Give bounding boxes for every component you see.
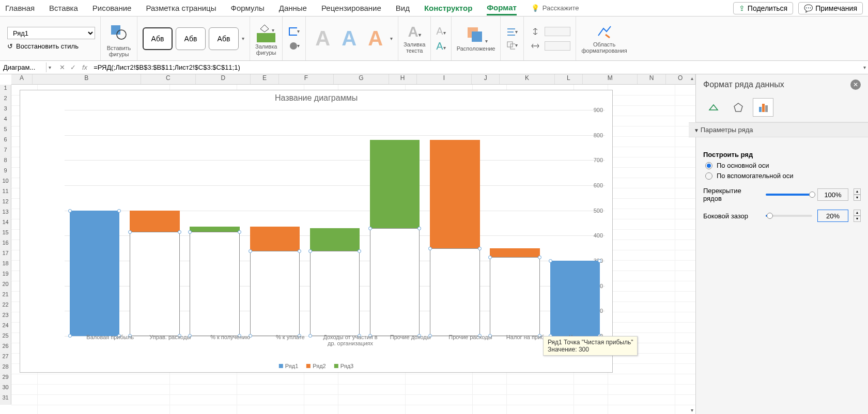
fp-build-label: Построить ряд xyxy=(703,151,861,158)
gap-label: Боковой зазор xyxy=(703,212,761,220)
format-pane-button[interactable] xyxy=(595,23,614,40)
radio-primary-axis[interactable]: По основной оси xyxy=(705,162,861,169)
tab-insert[interactable]: Вставка xyxy=(49,2,78,14)
text-fill-button[interactable]: A▾ xyxy=(408,24,421,40)
fp-tab-series[interactable] xyxy=(753,98,773,117)
shape-outline-button[interactable]: ▾ xyxy=(288,26,300,37)
align-button[interactable]: ▾ xyxy=(506,26,518,38)
format-pane: Формат ряда данных ✕ Параметры ряда Пост… xyxy=(695,74,868,414)
arrange-button[interactable]: ▾ xyxy=(464,25,488,44)
height-field[interactable] xyxy=(529,26,541,37)
tab-view[interactable]: Вид xyxy=(396,2,410,14)
tab-layout[interactable]: Разметка страницы xyxy=(146,2,216,14)
svg-rect-9 xyxy=(507,42,513,47)
gap-down[interactable]: ▾ xyxy=(854,216,861,222)
tab-design[interactable]: Конструктор xyxy=(424,2,472,14)
overlap-value[interactable]: 100% xyxy=(817,188,848,201)
gap-value[interactable]: 20% xyxy=(817,210,848,222)
ribbon-toolbar: Ряд1 ↺Восстановить стиль Вставить фигуры… xyxy=(0,17,868,61)
svg-rect-13 xyxy=(762,104,765,112)
chart-plot-area[interactable]: 0100200300400500600700800900 xyxy=(49,110,605,336)
overlap-up[interactable]: ▴ xyxy=(854,188,861,195)
shape-style-2[interactable]: Абв xyxy=(176,27,206,50)
chart-tooltip: Ряд1 Точка "Чистая прибыль" Значение: 30… xyxy=(543,336,638,356)
text-effects-button[interactable]: A▾ xyxy=(436,40,445,52)
reset-icon: ↺ xyxy=(7,42,13,50)
shape-fill-label: Заливка фигуры xyxy=(255,43,277,56)
svg-rect-0 xyxy=(111,25,120,35)
shape-effects-button[interactable]: ▾ xyxy=(288,40,300,52)
insert-shapes-button[interactable] xyxy=(106,20,132,44)
shape-style-more[interactable]: ▾ xyxy=(242,36,244,41)
tab-home[interactable]: Главная xyxy=(5,2,35,14)
name-box-dropdown[interactable]: ▾ xyxy=(47,65,53,70)
wordart-style-1[interactable]: A xyxy=(311,27,334,50)
gap-slider[interactable] xyxy=(766,215,812,217)
overlap-down[interactable]: ▾ xyxy=(854,195,861,201)
restore-style-button[interactable]: ↺Восстановить стиль xyxy=(7,42,79,50)
scroll-down[interactable]: ▾ xyxy=(688,407,695,413)
shape-fill-swatch[interactable] xyxy=(257,33,275,42)
insert-shapes-label: Вставить фигуры xyxy=(107,45,131,57)
close-pane-button[interactable]: ✕ xyxy=(850,79,861,90)
formula-input[interactable] xyxy=(90,62,861,72)
text-outline-button[interactable]: A▾ xyxy=(436,25,445,37)
tell-me[interactable]: 💡Расскажите xyxy=(531,4,579,12)
name-box[interactable]: Диаграм... xyxy=(0,62,47,72)
tab-draw[interactable]: Рисование xyxy=(92,2,132,14)
width-field[interactable] xyxy=(529,40,541,52)
svg-rect-14 xyxy=(765,105,768,112)
formula-expand[interactable]: ▾ xyxy=(861,65,868,70)
format-pane-label: Область форматирования xyxy=(581,41,627,54)
share-button[interactable]: ⇪Поделиться xyxy=(733,2,793,14)
worksheet[interactable]: ABCDEFGHIJKLMNO 123456789101112131415161… xyxy=(0,74,695,414)
arrange-label: Расположение xyxy=(457,45,495,52)
tab-formulas[interactable]: Формулы xyxy=(230,2,264,14)
row-headers: 1234567891011121314151617181920212223242… xyxy=(0,85,11,405)
fp-tab-fill[interactable] xyxy=(703,98,724,117)
scroll-up[interactable]: ▴ xyxy=(688,75,695,81)
group-button[interactable]: ▾ xyxy=(506,40,518,51)
column-headers: ABCDEFGHIJKLMNO xyxy=(11,74,695,85)
accept-formula-icon[interactable]: ✓ xyxy=(70,63,76,71)
wordart-style-2[interactable]: A xyxy=(337,27,361,50)
svg-rect-2 xyxy=(289,28,297,35)
svg-marker-11 xyxy=(734,103,742,112)
format-pane-title: Формат ряда данных xyxy=(703,80,784,89)
svg-point-3 xyxy=(290,42,297,50)
comment-icon: 💬 xyxy=(804,4,813,12)
tab-format[interactable]: Формат xyxy=(487,1,517,15)
chart-title[interactable]: Название диаграммы xyxy=(20,90,612,106)
wordart-style-3[interactable]: A xyxy=(364,27,387,50)
fp-tab-effects[interactable] xyxy=(728,98,749,117)
overlap-label: Перекрытие рядов xyxy=(703,187,761,202)
share-icon: ⇪ xyxy=(739,4,745,12)
ribbon-tabs: Главная Вставка Рисование Разметка стран… xyxy=(0,0,868,17)
overlap-slider[interactable] xyxy=(766,194,812,196)
fp-section-header[interactable]: Параметры ряда xyxy=(689,122,868,137)
chart-element-selector[interactable]: Ряд1 xyxy=(7,27,95,39)
cancel-formula-icon[interactable]: ✕ xyxy=(59,63,65,71)
svg-rect-12 xyxy=(759,107,762,112)
wordart-more[interactable]: ▾ xyxy=(390,36,393,41)
lightbulb-icon: 💡 xyxy=(531,4,539,12)
text-fill-label: Заливка текста xyxy=(404,41,425,54)
tab-data[interactable]: Данные xyxy=(279,2,307,14)
comments-button[interactable]: 💬Примечания xyxy=(798,2,863,14)
formula-bar: Диаграм... ▾ ✕ ✓ fx ▾ xyxy=(0,61,868,74)
svg-rect-5 xyxy=(472,31,482,42)
paint-bucket-icon xyxy=(258,22,271,33)
tab-review[interactable]: Рецензирование xyxy=(321,2,381,14)
radio-secondary-axis[interactable]: По вспомогательной оси xyxy=(705,172,861,180)
fx-label: fx xyxy=(82,63,87,71)
shape-style-3[interactable]: Абв xyxy=(209,27,239,50)
chart-object[interactable]: Название диаграммы 010020030040050060070… xyxy=(20,90,613,373)
gap-up[interactable]: ▴ xyxy=(854,210,861,216)
shape-style-1[interactable]: Абв xyxy=(143,27,173,50)
chart-legend[interactable]: Ряд1 Ряд2 Ряд3 xyxy=(279,363,353,369)
